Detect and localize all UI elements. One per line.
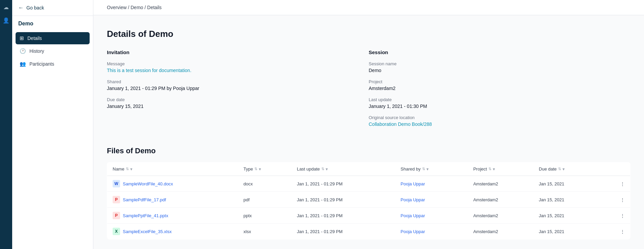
shared-by-link[interactable]: Pooja Uppar [400, 197, 425, 202]
sidebar-nav: ⊞ Details 🕐 History 👥 Participants [12, 30, 93, 72]
message-value: This is a test session for documentation… [107, 68, 355, 73]
file-due-date-cell: Jan 15, 2021 [533, 192, 602, 208]
file-type-icon: P [113, 196, 120, 203]
th-last-update: Last update ⇅ ▼ [292, 162, 395, 176]
sidebar-item-details-label: Details [27, 36, 42, 41]
shared-field: Shared January 1, 2021 - 01:29 PM by Poo… [107, 79, 355, 91]
source-location-label: Original source location [369, 115, 617, 120]
due-date-label: Due date [107, 97, 355, 102]
files-table: Name ⇅ ▼ Type ⇅ ▼ La [107, 162, 630, 240]
content-area: Details of Demo Invitation Message This … [93, 15, 644, 249]
shared-by-filter-icon[interactable]: ▼ [426, 167, 430, 171]
breadcrumb: Overview / Demo / Details [93, 0, 644, 15]
th-name-label: Name [113, 166, 124, 172]
message-field: Message This is a test session for docum… [107, 61, 355, 73]
details-section-title: Details of Demo [107, 29, 630, 39]
project-label: Project [369, 79, 617, 84]
file-name-link[interactable]: SampleExcelFile_35.xlsx [123, 229, 172, 234]
shared-by-link[interactable]: Pooja Uppar [400, 213, 425, 218]
name-sort-icon[interactable]: ⇅ [126, 167, 129, 171]
last-update-label: Last update [369, 97, 617, 102]
type-filter-icon[interactable]: ▼ [258, 167, 262, 171]
due-date-sort-icon[interactable]: ⇅ [558, 167, 561, 171]
file-last-update-cell: Jan 1, 2021 - 01:29 PM [292, 208, 395, 224]
session-name-field: Session name Demo [369, 61, 617, 73]
sidebar-item-history-label: History [29, 48, 44, 54]
file-type-cell: pdf [238, 192, 292, 208]
project-filter-icon[interactable]: ▼ [492, 167, 496, 171]
file-name-cell: X SampleExcelFile_35.xlsx [107, 224, 238, 240]
file-shared-by-cell: Pooja Uppar [395, 192, 468, 208]
sidebar-item-history[interactable]: 🕐 History [16, 45, 90, 57]
shared-by-sort-icon[interactable]: ⇅ [422, 167, 425, 171]
row-menu-button[interactable]: ⋮ [602, 208, 630, 224]
name-filter-icon[interactable]: ▼ [130, 167, 133, 171]
type-sort-icon[interactable]: ⇅ [254, 167, 257, 171]
due-date-value: January 15, 2021 [107, 104, 355, 109]
sidebar-item-participants[interactable]: 👥 Participants [16, 58, 90, 70]
due-date-field: Due date January 15, 2021 [107, 97, 355, 109]
file-type-icon: X [113, 228, 120, 235]
sidebar-item-details[interactable]: ⊞ Details [16, 32, 90, 44]
file-name-cell: W SampleWordFile_40.docx [107, 176, 238, 192]
last-update-field: Last update January 1, 2021 - 01:30 PM [369, 97, 617, 109]
file-due-date-cell: Jan 15, 2021 [533, 224, 602, 240]
shared-label: Shared [107, 79, 355, 84]
th-project: Project ⇅ ▼ [468, 162, 533, 176]
file-name-link[interactable]: SamplePdfFile_17.pdf [123, 197, 166, 202]
details-icon: ⊞ [20, 35, 24, 41]
source-location-field: Original source location Collaboration D… [369, 115, 617, 127]
shared-value: January 1, 2021 - 01:29 PM by Pooja Uppa… [107, 86, 355, 91]
file-last-update-cell: Jan 1, 2021 - 01:29 PM [292, 192, 395, 208]
due-date-filter-icon[interactable]: ▼ [562, 167, 566, 171]
user-icon[interactable]: 👤 [3, 17, 9, 24]
file-type-cell: pptx [238, 208, 292, 224]
th-shared-by: Shared by ⇅ ▼ [395, 162, 468, 176]
back-arrow-icon: ← [18, 5, 24, 11]
project-field: Project Amsterdam2 [369, 79, 617, 91]
file-type-cell: docx [238, 176, 292, 192]
file-name-link[interactable]: SampleWordFile_40.docx [123, 181, 173, 186]
file-project-cell: Amsterdam2 [468, 192, 533, 208]
file-due-date-cell: Jan 15, 2021 [533, 176, 602, 192]
breadcrumb-path: Overview / Demo / Details [107, 5, 162, 10]
th-last-update-label: Last update [297, 166, 320, 172]
th-actions [602, 162, 630, 176]
file-type-icon: P [113, 212, 120, 219]
file-name-cell: P SamplePdfFile_17.pdf [107, 192, 238, 208]
row-menu-button[interactable]: ⋮ [602, 176, 630, 192]
last-update-value: January 1, 2021 - 01:30 PM [369, 104, 617, 109]
shared-by-link[interactable]: Pooja Uppar [400, 229, 425, 234]
session-section-title: Session [369, 49, 617, 55]
th-project-label: Project [473, 166, 487, 172]
project-title: Demo [12, 16, 93, 30]
file-project-cell: Amsterdam2 [468, 176, 533, 192]
shared-by-link[interactable]: Pooja Uppar [400, 181, 425, 186]
table-row: P SamplePptFile_41.pptx pptx Jan 1, 2021… [107, 208, 630, 224]
cloud-icon[interactable]: ☁ [3, 4, 9, 10]
participants-icon: 👥 [20, 61, 26, 67]
go-back-label: Go back [26, 5, 44, 10]
session-name-label: Session name [369, 61, 617, 66]
table-row: X SampleExcelFile_35.xlsx xlsx Jan 1, 20… [107, 224, 630, 240]
files-section-title: Files of Demo [107, 146, 630, 155]
table-row: W SampleWordFile_40.docx docx Jan 1, 202… [107, 176, 630, 192]
last-update-filter-icon[interactable]: ▼ [325, 167, 329, 171]
file-name-link[interactable]: SamplePptFile_41.pptx [123, 213, 168, 218]
row-menu-button[interactable]: ⋮ [602, 224, 630, 240]
session-name-value: Demo [369, 68, 617, 73]
row-menu-button[interactable]: ⋮ [602, 192, 630, 208]
project-sort-icon[interactable]: ⇅ [488, 167, 491, 171]
table-row: P SamplePdfFile_17.pdf pdf Jan 1, 2021 -… [107, 192, 630, 208]
last-update-sort-icon[interactable]: ⇅ [321, 167, 324, 171]
th-shared-by-label: Shared by [400, 166, 420, 172]
history-icon: 🕐 [20, 48, 26, 54]
icon-bar: ☁ 👤 [0, 0, 12, 249]
go-back-button[interactable]: ← Go back [12, 0, 93, 16]
file-project-cell: Amsterdam2 [468, 224, 533, 240]
sidebar-item-participants-label: Participants [29, 61, 54, 67]
th-name: Name ⇅ ▼ [107, 162, 238, 176]
file-name-cell: P SamplePptFile_41.pptx [107, 208, 238, 224]
th-type: Type ⇅ ▼ [238, 162, 292, 176]
file-due-date-cell: Jan 15, 2021 [533, 208, 602, 224]
